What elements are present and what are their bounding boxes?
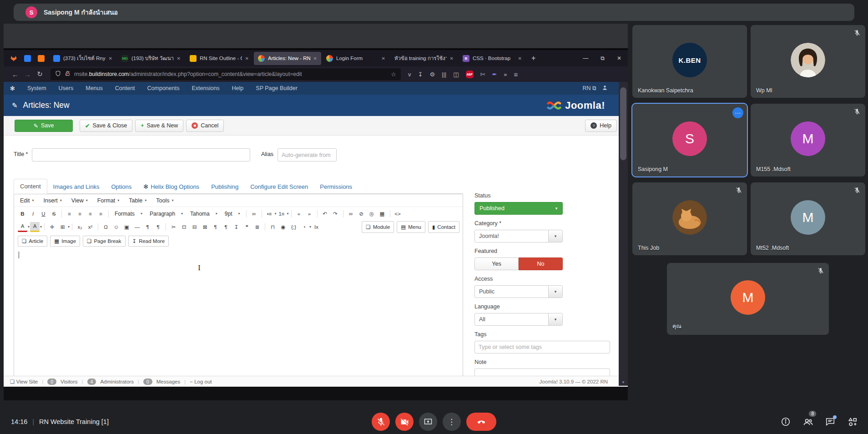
paste-icon[interactable]: ⊟ — [190, 222, 199, 232]
tab-publishing[interactable]: Publishing — [205, 180, 244, 194]
clear-formatting-icon[interactable]: Ix — [312, 222, 321, 232]
menu-tools[interactable]: Tools▾ — [156, 197, 173, 204]
menu-view[interactable]: View▾ — [71, 197, 88, 204]
special-char-icon[interactable]: Ω — [101, 222, 111, 232]
module-button[interactable]: ❏Module — [362, 221, 394, 233]
insert-media-icon[interactable]: ▣ — [122, 222, 131, 232]
menu-insert[interactable]: Insert▾ — [44, 197, 62, 204]
import-icon[interactable]: ↧ — [232, 222, 241, 232]
print-icon[interactable]: ⊓ — [268, 222, 278, 232]
emoticons-icon[interactable]: ☺ — [111, 222, 121, 232]
nav-system[interactable]: System — [27, 85, 46, 91]
undo-icon[interactable]: ↶ — [320, 209, 330, 219]
save-button[interactable]: ✎Save — [15, 120, 73, 132]
pocket-icon[interactable]: v — [408, 71, 411, 78]
preview-icon[interactable]: ◉ — [278, 222, 288, 232]
pinned-tab-gitlab-icon[interactable] — [8, 55, 19, 62]
subscript-icon[interactable]: x₂ — [75, 222, 85, 232]
paragraph-mark-icon[interactable]: ¶ — [211, 222, 220, 232]
tags-input[interactable] — [474, 341, 610, 353]
bullet-list-icon[interactable]: •≡ — [265, 209, 274, 219]
insert-datetime-icon[interactable]: ◔ — [299, 222, 309, 232]
text-color-icon[interactable]: A — [18, 222, 27, 232]
browser-tab[interactable]: Login Form ✕ — [322, 52, 389, 65]
insecure-lock-icon[interactable] — [65, 70, 71, 78]
cancel-button[interactable]: ✖Cancel — [186, 120, 224, 132]
tab-close-icon[interactable]: ✕ — [177, 56, 181, 61]
browser-tab[interactable]: B CSS · Bootstrap ✕ — [459, 52, 526, 65]
messages-link[interactable]: Messages — [156, 379, 180, 384]
horizontal-rule-icon[interactable]: — — [132, 222, 142, 232]
browser-tab[interactable]: หัวข้อ training การใช้งานเว็ ✕ — [390, 52, 458, 65]
copy-icon[interactable]: ⊡ — [179, 222, 189, 232]
tab-close-icon[interactable]: ✕ — [382, 56, 385, 61]
read-more-button[interactable]: ↧Read More — [128, 236, 169, 247]
minimize-icon[interactable]: — — [583, 55, 588, 61]
menu-icon[interactable]: ≡ — [514, 71, 518, 78]
nav-extensions[interactable]: Extensions — [192, 85, 219, 91]
present-screen-button[interactable] — [419, 413, 437, 431]
back-icon[interactable]: ← — [9, 71, 21, 78]
pinned-tab-orange-icon[interactable] — [35, 55, 46, 62]
page-break-button[interactable]: ❏Page Break — [83, 236, 125, 247]
show-invisibles-icon[interactable]: ¶ — [221, 222, 231, 232]
chat-icon[interactable] — [825, 416, 836, 427]
menu-format[interactable]: Format▾ — [97, 197, 120, 204]
meeting-details-icon[interactable] — [780, 416, 791, 427]
tab-helix-blog-options[interactable]: ✻Helix Blog Options — [137, 180, 205, 194]
fontsize-dropdown[interactable]: 9pt▾ — [221, 211, 244, 217]
italic-icon[interactable]: I — [28, 209, 38, 219]
tab-configure-edit-screen[interactable]: Configure Edit Screen — [244, 180, 314, 194]
forward-icon[interactable]: → — [21, 71, 34, 78]
save-new-button[interactable]: +Save & New — [135, 120, 183, 132]
scrollbar-thumb[interactable] — [620, 87, 626, 160]
superscript-icon[interactable]: x² — [86, 222, 95, 232]
language-select[interactable]: All▾ — [474, 313, 563, 326]
cut-icon[interactable]: ✂ — [169, 222, 178, 232]
note-input[interactable] — [474, 368, 610, 376]
view-site-link[interactable]: ❏ View Site — [10, 378, 38, 385]
featured-no-button[interactable]: No — [519, 257, 563, 270]
tab-close-icon[interactable]: ✕ — [450, 56, 454, 61]
restore-icon[interactable]: ⧉ — [601, 55, 605, 61]
library-icon[interactable]: ||| — [442, 71, 446, 78]
code-sample-icon[interactable]: {;} — [289, 222, 298, 232]
remove-link-icon[interactable]: ⊘ — [357, 209, 366, 219]
align-right-icon[interactable]: ≡ — [86, 209, 95, 219]
status-select[interactable]: Published▾ — [474, 202, 563, 215]
outdent-icon[interactable]: « — [294, 209, 304, 219]
participant-tile[interactable]: This Job — [632, 182, 747, 255]
close-icon[interactable]: ✕ — [617, 55, 621, 61]
screenshot-icon[interactable]: ✄ — [480, 71, 485, 78]
activities-icon[interactable] — [847, 416, 858, 427]
shield-icon[interactable] — [55, 70, 61, 78]
nav-help[interactable]: Help — [232, 85, 244, 91]
download-icon[interactable]: ↧ — [418, 71, 423, 78]
nav-content[interactable]: Content — [115, 85, 135, 91]
visitors-link[interactable]: Visitors — [61, 379, 78, 384]
formats-dropdown[interactable]: Formats▾ — [111, 211, 146, 217]
help-button[interactable]: ?Help — [585, 120, 617, 132]
browser-tab[interactable]: RN Site Outline - Goo ✕ — [186, 52, 253, 65]
scroll-down-arrow[interactable]: ▾ — [619, 380, 628, 384]
menu-table[interactable]: Table▾ — [129, 197, 146, 204]
self-tile[interactable]: M คุณ — [667, 263, 829, 335]
find-replace-icon[interactable]: ∞ — [249, 209, 259, 219]
leave-call-button[interactable] — [466, 413, 496, 431]
numbered-list-icon[interactable]: 1≡ — [277, 209, 287, 219]
toc-icon[interactable]: ≣ — [252, 222, 262, 232]
site-link[interactable]: RN ⧉ — [583, 85, 596, 92]
camera-toggle-button[interactable] — [395, 413, 414, 431]
table-icon[interactable]: ⊞ — [58, 222, 67, 232]
bold-icon[interactable]: B — [18, 209, 27, 219]
pinned-tab-blue-icon[interactable] — [22, 55, 33, 62]
participant-tile[interactable]: M M155 .Mdsoft — [751, 104, 865, 177]
indent-icon[interactable]: » — [305, 209, 314, 219]
participant-tile[interactable]: M Mt52 .Mdsoft — [751, 182, 865, 255]
sidebar-icon[interactable]: ◫ — [453, 71, 459, 78]
participant-tile-presenting[interactable]: S Sasipong M ⋯ — [632, 104, 747, 177]
quill-extension-icon[interactable]: ✒ — [492, 71, 497, 78]
more-options-button[interactable]: ⋮ — [443, 413, 461, 431]
page-scrollbar[interactable]: ▾ — [619, 82, 628, 386]
alias-input[interactable] — [278, 148, 337, 161]
